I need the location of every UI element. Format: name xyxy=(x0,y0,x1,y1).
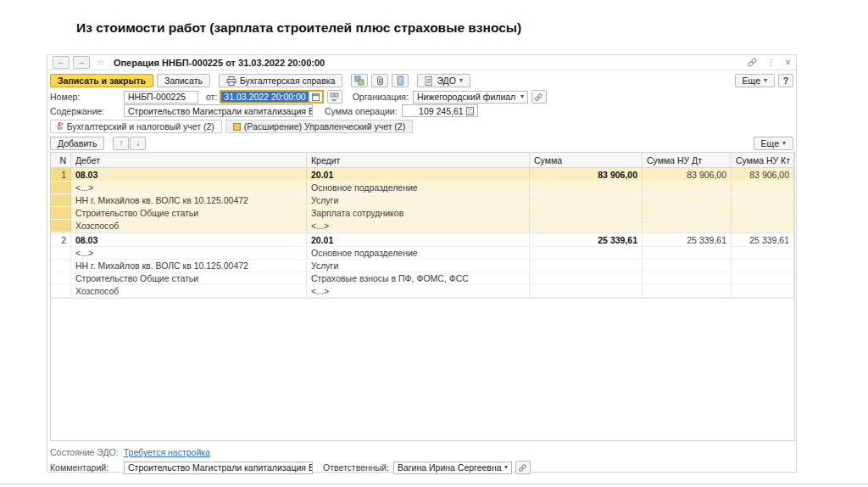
sum-cell[interactable] xyxy=(530,285,643,297)
organization-field[interactable]: Нижегородский филиал АО "Уфанет" ▾ xyxy=(413,91,528,104)
row-number-cell[interactable] xyxy=(51,207,71,219)
credit-cell[interactable]: Услуги xyxy=(307,260,530,271)
content-field[interactable]: Строительство Магистрали капитализация В… xyxy=(124,104,313,117)
move-down-button[interactable]: ↓ xyxy=(130,137,146,150)
get-link-icon[interactable] xyxy=(747,57,758,68)
row-number-cell[interactable] xyxy=(51,260,71,271)
debit-cell[interactable]: Хозспособ xyxy=(71,285,307,297)
save-button[interactable]: Записать xyxy=(157,74,210,87)
credit-cell[interactable]: Страховые взносы в ПФ, ФОМС, ФСС xyxy=(307,272,530,284)
date-field[interactable]: 31.03.2022 20:00:00 xyxy=(220,90,323,104)
debit-cell[interactable]: 08.03 xyxy=(71,233,307,246)
debit-cell[interactable]: Хозспособ xyxy=(71,220,307,232)
credit-cell[interactable]: Услуги xyxy=(307,194,530,206)
row-number-cell[interactable] xyxy=(51,194,71,206)
back-button[interactable]: ← xyxy=(53,56,70,69)
col-header-n[interactable]: N xyxy=(51,153,71,167)
sum-nu-kt-cell[interactable] xyxy=(732,207,794,219)
debit-cell[interactable]: Строительство Общие статьи xyxy=(71,272,307,284)
col-header-credit[interactable]: Кредит xyxy=(307,153,530,167)
row-number-cell[interactable] xyxy=(51,182,71,193)
move-up-button[interactable]: ↑ xyxy=(113,137,129,150)
calendar-button[interactable] xyxy=(309,92,322,102)
sum-cell[interactable] xyxy=(530,207,643,219)
accounting-note-button[interactable]: Бухгалтерская справка xyxy=(219,74,342,87)
sum-nu-dt-cell[interactable] xyxy=(643,260,732,271)
table-row[interactable]: 208.0320.0125 339,6125 339,6125 339,61<.… xyxy=(51,233,794,299)
sum-cell[interactable] xyxy=(530,272,643,284)
row-number-cell[interactable]: 1 xyxy=(51,168,71,181)
tab-accounting-tax[interactable]: ДтКт Бухгалтерский и налоговый учет (2) xyxy=(50,120,222,133)
row-number-cell[interactable] xyxy=(51,272,71,284)
sum-nu-kt-cell[interactable] xyxy=(732,260,794,271)
sum-cell[interactable] xyxy=(530,220,643,232)
chevron-down-icon[interactable]: ▾ xyxy=(502,464,508,471)
sum-nu-kt-cell[interactable]: 83 906,00 xyxy=(732,168,794,181)
credit-cell[interactable]: Зарплата сотрудников xyxy=(307,207,530,219)
kebab-menu-icon[interactable]: ⋮ xyxy=(767,58,776,67)
responsible-field[interactable]: Вагина Ирина Сергеевна ▾ xyxy=(393,462,512,474)
sum-nu-kt-cell[interactable] xyxy=(732,220,794,232)
organization-open-button[interactable] xyxy=(531,90,547,104)
number-field[interactable]: ННБП-000225 xyxy=(124,91,198,104)
tab-management-accounting[interactable]: (Расширение) Управленческий учет (2) xyxy=(225,120,413,133)
related-documents-button[interactable] xyxy=(327,90,342,104)
row-number-cell[interactable] xyxy=(51,247,71,259)
sum-nu-kt-cell[interactable] xyxy=(732,247,794,259)
sum-nu-dt-cell[interactable]: 25 339,61 xyxy=(643,233,732,246)
debit-cell[interactable]: НН г. Михайлов кв. ВОЛС кв 10.125.00472 xyxy=(71,260,307,271)
sum-nu-dt-cell[interactable] xyxy=(643,182,732,193)
row-number-cell[interactable] xyxy=(51,285,71,297)
sum-nu-dt-cell[interactable] xyxy=(643,247,732,259)
sum-nu-kt-cell[interactable] xyxy=(732,194,794,206)
table-row[interactable]: 108.0320.0183 906,0083 906,0083 906,00<.… xyxy=(51,168,794,233)
sum-cell[interactable] xyxy=(530,194,643,206)
add-row-button[interactable]: Добавить xyxy=(50,137,104,150)
row-number-cell[interactable] xyxy=(51,220,71,232)
forward-button[interactable]: → xyxy=(73,56,90,69)
amount-field[interactable]: 109 245,61 xyxy=(402,104,478,117)
sum-nu-kt-cell[interactable]: 25 339,61 xyxy=(732,233,794,246)
help-button[interactable]: ? xyxy=(778,74,793,87)
col-header-sum-nu-kt[interactable]: Сумма НУ Кт xyxy=(732,153,794,167)
save-and-close-button[interactable]: Записать и закрыть xyxy=(50,74,153,87)
sum-nu-kt-cell[interactable] xyxy=(732,182,794,193)
document-register-button[interactable] xyxy=(392,74,409,87)
sum-cell[interactable]: 83 906,00 xyxy=(530,168,643,181)
credit-cell[interactable]: <...> xyxy=(307,285,530,297)
sum-cell[interactable]: 25 339,61 xyxy=(530,233,643,246)
credit-cell[interactable]: 20.01 xyxy=(307,168,530,181)
sum-nu-dt-cell[interactable]: 83 906,00 xyxy=(643,168,732,181)
debit-cell[interactable]: НН г. Михайлов кв. ВОЛС кв 10.125.00472 xyxy=(71,194,307,206)
sum-cell[interactable] xyxy=(530,247,643,259)
debit-cell[interactable]: Строительство Общие статьи xyxy=(71,207,307,219)
table-more-button[interactable]: Еще ▾ xyxy=(754,137,793,150)
row-number-cell[interactable]: 2 xyxy=(51,233,71,246)
col-header-sum[interactable]: Сумма xyxy=(530,153,643,167)
comment-field[interactable]: Строительство Магистрали капитализация В… xyxy=(124,462,313,474)
sum-nu-dt-cell[interactable] xyxy=(643,285,732,297)
attachments-button[interactable] xyxy=(371,74,388,87)
sum-nu-dt-cell[interactable] xyxy=(643,272,732,284)
debit-cell[interactable]: 08.03 xyxy=(71,168,307,181)
create-based-on-button[interactable] xyxy=(351,74,368,87)
col-header-sum-nu-dt[interactable]: Сумма НУ Дт xyxy=(643,153,732,167)
favorite-icon[interactable]: ☆ xyxy=(97,57,105,68)
credit-cell[interactable]: <...> xyxy=(307,220,530,232)
debit-cell[interactable]: <...> xyxy=(71,182,307,193)
sum-nu-kt-cell[interactable] xyxy=(732,272,794,284)
more-button[interactable]: Еще ▾ xyxy=(735,74,775,87)
responsible-open-button[interactable] xyxy=(515,461,531,474)
edo-setup-link[interactable]: Требуется настройка xyxy=(124,447,210,457)
sum-cell[interactable] xyxy=(530,182,643,193)
calculator-icon[interactable] xyxy=(466,107,474,115)
sum-nu-kt-cell[interactable] xyxy=(732,285,794,297)
credit-cell[interactable]: Основное подразделение xyxy=(307,247,530,259)
sum-nu-dt-cell[interactable] xyxy=(643,220,732,232)
sum-nu-dt-cell[interactable] xyxy=(643,194,732,206)
edo-button[interactable]: ЭДО ▾ xyxy=(417,74,470,87)
close-icon[interactable]: × xyxy=(785,57,791,69)
credit-cell[interactable]: 20.01 xyxy=(307,233,530,246)
sum-cell[interactable] xyxy=(530,260,643,271)
debit-cell[interactable]: <...> xyxy=(71,247,307,259)
